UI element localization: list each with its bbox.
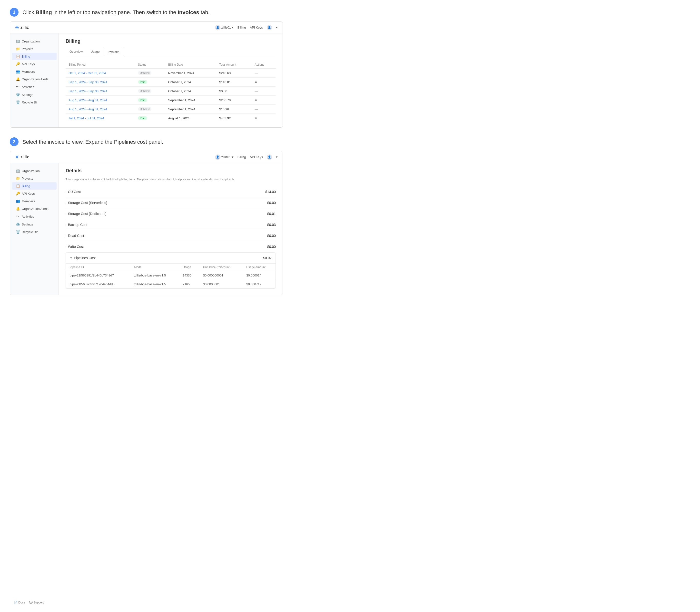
sidebar-label-billing-2: Billing <box>22 184 30 188</box>
sidebar-item-organization-2[interactable]: 🏢 Organization <box>12 167 57 175</box>
pipeline-col-id: Pipeline ID <box>66 264 130 271</box>
download-icon[interactable]: ⬇ <box>255 80 257 84</box>
sidebar-item-members-2[interactable]: 👥 Members <box>12 197 57 205</box>
api-keys-nav-link-1[interactable]: API Keys <box>250 26 263 29</box>
status-cell: Unbilled <box>135 69 165 78</box>
step-1-bold1: Billing <box>35 9 52 15</box>
sidebar-label-activities-2: Activities <box>22 215 34 218</box>
api-keys-nav-link-2[interactable]: API Keys <box>250 155 263 159</box>
actions-cell: ⬇ <box>252 78 276 87</box>
cost-row-left: › Backup Cost <box>66 223 87 227</box>
sidebar-1: 🏢 Organization 📁 Projects 📋 Billing 🔑 AP… <box>10 33 59 127</box>
step-1-text: Click Billing in the left or top navigat… <box>23 8 210 16</box>
chevron-right-icon: › <box>66 201 67 204</box>
chevron-right-icon: › <box>66 234 67 237</box>
sidebar-item-activities-2[interactable]: 〜 Activities <box>12 212 57 220</box>
sidebar-item-billing-2[interactable]: 📋 Billing <box>12 182 57 190</box>
table-row[interactable]: Oct 1, 2024 - Oct 31, 2024 Unbilled Nove… <box>66 69 276 78</box>
actions-cell: — <box>252 105 276 114</box>
user-badge-2[interactable]: 👤 zilliz01 ▾ <box>215 154 233 160</box>
actions-cell: ⬇ <box>252 96 276 105</box>
sidebar-item-settings-1[interactable]: ⚙️ Settings <box>12 91 57 98</box>
user-avatar-1[interactable]: 👤 <box>267 25 272 30</box>
cost-row[interactable]: › Storage Cost (Serverless) $0.00 <box>66 197 276 208</box>
tab-invoices-1[interactable]: Invoices <box>104 48 124 56</box>
sidebar-item-organization-1[interactable]: 🏢 Organization <box>12 38 57 45</box>
cost-row-left: › Read Cost <box>66 234 84 238</box>
billing-nav-link-1[interactable]: Billing <box>238 26 246 29</box>
cost-row[interactable]: › Read Cost $0.00 <box>66 231 276 241</box>
table-row[interactable]: Aug 1, 2024 - Aug 31, 2024 Paid Septembe… <box>66 96 276 105</box>
billing-period-link[interactable]: Sep 1, 2024 - Sep 30, 2024 <box>69 80 107 84</box>
top-nav-1: ✳ zilliz 👤 zilliz01 ▾ Billing API Keys 👤… <box>10 22 283 33</box>
step-2-text: Select the invoice to view. Expand the P… <box>23 137 163 146</box>
table-row[interactable]: Aug 1, 2024 - Aug 31, 2024 Unbilled Sept… <box>66 105 276 114</box>
billing-period-link[interactable]: Aug 1, 2024 - Aug 31, 2024 <box>69 107 107 111</box>
sidebar-item-org-alerts-2[interactable]: 🔔 Organization Alerts <box>12 205 57 212</box>
pipeline-model-cell: zilliz/bge-base-en-v1.5 <box>130 271 179 280</box>
sidebar-item-settings-2[interactable]: ⚙️ Settings <box>12 221 57 228</box>
cost-amount: $14.00 <box>265 190 276 194</box>
user-name-1: zilliz01 <box>222 26 231 29</box>
cost-row-left: › CU Cost <box>66 190 81 194</box>
billing-period-link[interactable]: Oct 1, 2024 - Oct 31, 2024 <box>69 71 106 75</box>
billing-period-link[interactable]: Jul 1, 2024 - Jul 31, 2024 <box>69 116 104 120</box>
cost-row[interactable]: › Backup Cost $0.03 <box>66 219 276 231</box>
api-keys-icon-1: 🔑 <box>16 62 20 66</box>
table-row[interactable]: Sep 1, 2024 - Sep 30, 2024 Unbilled Octo… <box>66 87 276 96</box>
sidebar-item-members-1[interactable]: 👥 Members <box>12 68 57 75</box>
user-avatar-2[interactable]: 👤 <box>267 154 272 160</box>
chevron-down-icon-2: ▾ <box>232 155 233 159</box>
billing-icon-1: 📋 <box>16 54 20 58</box>
org-alerts-icon-1: 🔔 <box>16 77 20 81</box>
sidebar-item-billing-1[interactable]: 📋 Billing <box>12 53 57 60</box>
cost-row-left: › Write Cost <box>66 245 84 249</box>
sidebar-label-apikeys-2: API Keys <box>22 192 34 195</box>
sidebar-item-activities-1[interactable]: 〜 Activities <box>12 83 57 91</box>
sidebar-item-projects-1[interactable]: 📁 Projects <box>12 45 57 53</box>
download-icon[interactable]: ⬇ <box>255 98 257 102</box>
api-keys-icon-2: 🔑 <box>16 192 20 195</box>
billing-table-1: Billing Period Status Billing Date Total… <box>66 61 276 123</box>
chevron-down-icon: ▾ <box>232 26 233 29</box>
pipeline-col-usage-amount: Usage Amount <box>242 264 275 271</box>
billing-nav-link-2[interactable]: Billing <box>238 155 246 159</box>
cost-label: Storage Cost (Serverless) <box>68 201 107 205</box>
billing-period-cell: Jul 1, 2024 - Jul 31, 2024 <box>66 114 135 123</box>
download-icon[interactable]: ⬇ <box>255 116 257 120</box>
amount-cell: $210.63 <box>216 69 252 78</box>
cost-row[interactable]: › CU Cost $14.00 <box>66 186 276 197</box>
sidebar-item-org-alerts-1[interactable]: 🔔 Organization Alerts <box>12 75 57 83</box>
cost-row[interactable]: › Storage Cost (Dedicated) $0.01 <box>66 208 276 219</box>
tab-usage-1[interactable]: Usage <box>87 48 104 56</box>
settings-icon-1: ⚙️ <box>16 93 20 97</box>
table-row[interactable]: Sep 1, 2024 - Sep 30, 2024 Paid October … <box>66 78 276 87</box>
sidebar-item-recycle-bin-2[interactable]: 🗑️ Recycle Bin <box>12 228 57 236</box>
sidebar-label-org-alerts-1: Organization Alerts <box>22 78 48 81</box>
sidebar-item-projects-2[interactable]: 📁 Projects <box>12 175 57 182</box>
pipelines-header[interactable]: ▼ Pipelines Cost $0.02 <box>66 253 275 264</box>
pipeline-table-row[interactable]: pipe-21f565891f2b440b7348d7 zilliz/bge-b… <box>66 271 275 280</box>
status-badge: Unbilled <box>138 89 152 93</box>
logo-2: ✳ zilliz <box>15 154 29 160</box>
step-1-text-after: tab. <box>201 9 210 15</box>
billing-date-cell: November 1, 2024 <box>165 69 216 78</box>
sidebar-item-recycle-bin-1[interactable]: 🗑️ Recycle Bin <box>12 99 57 106</box>
billing-period-link[interactable]: Sep 1, 2024 - Sep 30, 2024 <box>69 89 107 93</box>
billing-period-link[interactable]: Aug 1, 2024 - Aug 31, 2024 <box>69 98 107 102</box>
sidebar-item-apikeys-2[interactable]: 🔑 API Keys <box>12 190 57 197</box>
pipelines-cost-section: ▼ Pipelines Cost $0.02 Pipeline ID Model… <box>66 252 276 289</box>
pipeline-table-row[interactable]: pipe-21f5652c6d671204a64dd5 zilliz/bge-b… <box>66 280 275 289</box>
cost-amount: $0.01 <box>267 212 276 216</box>
sidebar-2: 🏢 Organization 📁 Projects 📋 Billing 🔑 AP… <box>10 163 59 295</box>
sidebar-label-projects-1: Projects <box>22 47 33 51</box>
download-icon: — <box>255 71 258 75</box>
user-badge-1[interactable]: 👤 zilliz01 ▾ <box>215 25 233 30</box>
pipelines-label: Pipelines Cost <box>74 256 96 260</box>
tab-overview-1[interactable]: Overview <box>66 48 87 56</box>
table-row[interactable]: Jul 1, 2024 - Jul 31, 2024 Paid August 1… <box>66 114 276 123</box>
cost-row[interactable]: › Write Cost $0.00 <box>66 241 276 252</box>
amount-cell: $10.96 <box>216 105 252 114</box>
sidebar-item-apikeys-1[interactable]: 🔑 API Keys <box>12 60 57 68</box>
status-badge: Paid <box>138 98 147 102</box>
